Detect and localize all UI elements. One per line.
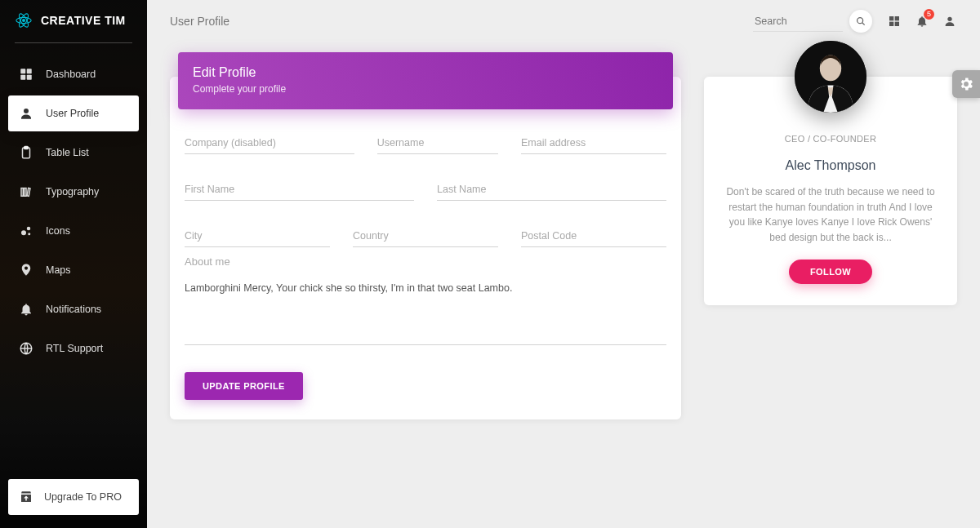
svg-rect-22 bbox=[889, 22, 893, 26]
svg-rect-6 bbox=[20, 75, 25, 80]
sidebar-item-label: RTL Support bbox=[46, 343, 103, 354]
country-field[interactable] bbox=[353, 225, 498, 247]
edit-profile-card: Edit Profile Complete your profile bbox=[170, 77, 681, 419]
sidebar-item-table-list[interactable]: Table List bbox=[8, 135, 139, 171]
person-icon bbox=[18, 105, 34, 122]
bell-icon bbox=[18, 301, 34, 317]
brand-name: CREATIVE TIM bbox=[41, 14, 126, 27]
svg-rect-13 bbox=[27, 188, 30, 196]
sidebar-nav: Dashboard User Profile Table List Typogr… bbox=[0, 43, 147, 471]
profile-role: CEO / CO-FOUNDER bbox=[722, 134, 939, 144]
sidebar-item-icons[interactable]: Icons bbox=[8, 213, 139, 249]
sidebar-item-typography[interactable]: Typography bbox=[8, 174, 139, 210]
sidebar-item-maps[interactable]: Maps bbox=[8, 252, 139, 288]
sidebar-item-label: User Profile bbox=[46, 108, 99, 119]
main: User Profile 5 bbox=[147, 0, 980, 528]
avatar bbox=[795, 41, 866, 113]
location-pin-icon bbox=[18, 262, 34, 278]
update-profile-button[interactable]: UPDATE PROFILE bbox=[185, 372, 303, 400]
brand[interactable]: CREATIVE TIM bbox=[0, 0, 147, 42]
firstname-field[interactable] bbox=[185, 179, 414, 201]
svg-rect-5 bbox=[27, 69, 32, 73]
lastname-field[interactable] bbox=[437, 179, 666, 201]
sidebar-item-label: Icons bbox=[46, 225, 70, 237]
svg-rect-12 bbox=[24, 189, 26, 197]
sidebar-item-notifications[interactable]: Notifications bbox=[8, 291, 139, 327]
gear-icon bbox=[958, 76, 974, 92]
about-label: About me bbox=[185, 255, 666, 268]
page-title: User Profile bbox=[170, 15, 229, 28]
svg-rect-20 bbox=[889, 16, 893, 20]
postal-field[interactable] bbox=[521, 225, 666, 247]
svg-point-8 bbox=[24, 109, 29, 113]
svg-point-14 bbox=[21, 230, 26, 235]
sidebar-item-label: Typography bbox=[46, 186, 99, 197]
sidebar-item-label: Dashboard bbox=[46, 69, 96, 80]
upgrade-button[interactable]: Upgrade To PRO bbox=[8, 479, 139, 515]
dashboard-icon bbox=[18, 66, 34, 82]
person-icon bbox=[943, 15, 956, 28]
language-icon bbox=[18, 340, 34, 357]
svg-point-16 bbox=[28, 233, 30, 235]
svg-line-19 bbox=[862, 23, 865, 25]
card-subtitle: Complete your profile bbox=[193, 83, 658, 95]
react-logo-icon bbox=[15, 11, 33, 29]
search-button[interactable] bbox=[849, 10, 872, 33]
company-field bbox=[185, 132, 354, 154]
search-input[interactable] bbox=[753, 11, 843, 32]
svg-point-15 bbox=[27, 227, 31, 231]
card-header: Edit Profile Complete your profile bbox=[178, 52, 673, 109]
svg-rect-11 bbox=[21, 189, 23, 197]
profile-card-wrap: CEO / CO-FOUNDER Alec Thompson Don't be … bbox=[704, 77, 957, 305]
svg-rect-21 bbox=[895, 16, 899, 20]
svg-point-18 bbox=[858, 18, 863, 24]
library-icon bbox=[18, 184, 34, 200]
about-textarea[interactable] bbox=[185, 277, 666, 345]
svg-rect-4 bbox=[20, 69, 25, 73]
svg-rect-7 bbox=[27, 75, 32, 80]
sidebar-item-dashboard[interactable]: Dashboard bbox=[8, 56, 139, 92]
profile-bio: Don't be scared of the truth because we … bbox=[722, 184, 939, 245]
topbar-icons: 5 bbox=[887, 14, 957, 29]
svg-rect-10 bbox=[24, 147, 29, 149]
topbar: User Profile 5 bbox=[147, 0, 980, 42]
svg-point-24 bbox=[947, 17, 951, 21]
sidebar-item-label: Maps bbox=[46, 264, 71, 276]
profile-name: Alec Thompson bbox=[722, 158, 939, 173]
search bbox=[753, 10, 872, 33]
unarchive-icon bbox=[18, 489, 34, 505]
upgrade-label: Upgrade To PRO bbox=[44, 491, 122, 503]
notification-badge: 5 bbox=[924, 9, 934, 20]
sidebar-item-label: Table List bbox=[46, 147, 89, 158]
sidebar-item-rtl[interactable]: RTL Support bbox=[8, 331, 139, 366]
account-button[interactable] bbox=[942, 14, 957, 29]
apps-button[interactable] bbox=[887, 14, 902, 29]
sidebar: CREATIVE TIM Dashboard User Profile Tabl… bbox=[0, 0, 147, 528]
bubble-chart-icon bbox=[18, 223, 34, 239]
notifications-button[interactable]: 5 bbox=[915, 14, 929, 29]
sidebar-item-label: Notifications bbox=[46, 304, 101, 315]
svg-point-0 bbox=[22, 19, 25, 22]
username-field[interactable] bbox=[377, 132, 498, 154]
svg-rect-23 bbox=[895, 22, 899, 26]
sidebar-item-user-profile[interactable]: User Profile bbox=[8, 95, 139, 131]
email-field[interactable] bbox=[521, 132, 666, 154]
city-field[interactable] bbox=[185, 225, 330, 247]
follow-button[interactable]: FOLLOW bbox=[789, 260, 872, 284]
clipboard-icon bbox=[18, 144, 34, 161]
content: Edit Profile Complete your profile bbox=[147, 42, 980, 452]
dashboard-icon bbox=[888, 15, 901, 28]
card-title: Edit Profile bbox=[193, 65, 658, 80]
settings-plugin-button[interactable] bbox=[952, 70, 980, 98]
form-body: About me UPDATE PROFILE bbox=[170, 109, 681, 400]
search-icon bbox=[855, 16, 866, 27]
